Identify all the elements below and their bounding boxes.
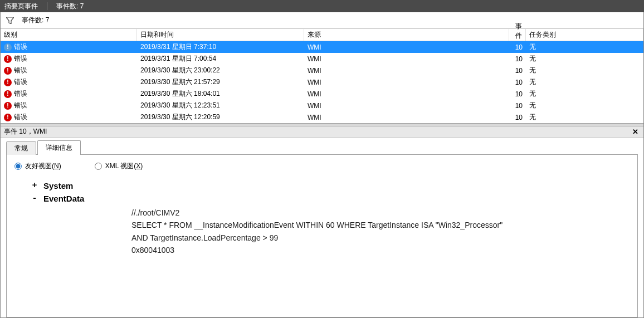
cell-source: WMI — [304, 41, 509, 53]
table-row[interactable]: !错误2019/3/30 星期六 18:04:01WMI10无 — [1, 88, 643, 100]
title-text: 摘要页事件 — [4, 0, 38, 12]
error-icon: ! — [4, 102, 12, 110]
error-icon: ! — [4, 79, 12, 86]
col-header-level[interactable]: 级别 — [1, 29, 137, 41]
error-icon: ! — [4, 67, 12, 75]
table-body: !错误2019/3/31 星期日 7:37:10WMI10无!错误2019/3/… — [1, 41, 643, 123]
col-header-date[interactable]: 日期和时间 — [137, 29, 304, 41]
expand-icon[interactable]: + — [31, 181, 38, 190]
eventdata-line: 0x80041003 — [131, 244, 510, 256]
cell-source: WMI — [304, 53, 509, 65]
filter-icon[interactable] — [6, 17, 14, 24]
cell-id: 10 — [509, 111, 526, 123]
cell-task: 无 — [526, 111, 643, 123]
cell-task: 无 — [526, 65, 643, 76]
cell-id: 10 — [509, 53, 526, 65]
radio-friendly[interactable]: 友好视图(N) — [14, 162, 61, 171]
cell-task: 无 — [526, 100, 643, 111]
table-row[interactable]: !错误2019/3/31 星期日 7:00:54WMI10无 — [1, 53, 643, 65]
cell-task: 无 — [526, 76, 643, 88]
cell-id: 10 — [509, 65, 526, 76]
table-row[interactable]: !错误2019/3/30 星期六 21:57:29WMI10无 — [1, 76, 643, 88]
col-header-task[interactable]: 任务类别 — [526, 29, 643, 41]
tabs-region: 常规 详细信息 友好视图(N) XML 视图(X) + — [1, 138, 643, 317]
radio-xml-label: XML 视图(X) — [105, 162, 143, 171]
cell-source: WMI — [304, 100, 509, 111]
filter-bar: 事件数: 7 — [1, 12, 643, 29]
error-icon: ! — [4, 114, 12, 121]
cell-id: 10 — [509, 76, 526, 88]
tree-label-system: System — [43, 181, 73, 190]
detail-title-text: 事件 10，WMI — [4, 127, 47, 136]
cell-level: 错误 — [14, 101, 27, 110]
collapse-icon[interactable]: - — [31, 194, 38, 203]
col-header-source[interactable]: 来源 — [304, 29, 509, 41]
cell-source: WMI — [304, 65, 509, 76]
table-row[interactable]: !错误2019/3/30 星期六 23:00:22WMI10无 — [1, 65, 643, 76]
cell-id: 10 — [509, 41, 526, 53]
cell-date: 2019/3/30 星期六 12:23:51 — [137, 100, 304, 111]
cell-date: 2019/3/31 星期日 7:37:10 — [137, 41, 304, 53]
title-separator — [47, 2, 47, 10]
table-row[interactable]: !错误2019/3/30 星期六 12:23:51WMI10无 — [1, 100, 643, 111]
radio-friendly-label: 友好视图(N) — [25, 162, 61, 171]
cell-task: 无 — [526, 88, 643, 100]
cell-id: 10 — [509, 88, 526, 100]
filter-count: 事件数: 7 — [22, 16, 49, 25]
eventdata-line: //./root/CIMV2 — [131, 207, 510, 219]
table-header: 级别 日期和时间 来源 事件 ID 任务类别 — [1, 29, 643, 41]
error-icon: ! — [4, 90, 12, 98]
detail-pane: 事件 10，WMI ✕ 常规 详细信息 友好视图(N) XML 视图(X) — [1, 126, 643, 317]
cell-date: 2019/3/30 星期六 12:20:59 — [137, 111, 304, 123]
eventdata-content: //./root/CIMV2 SELECT * FROM __InstanceM… — [31, 207, 510, 257]
col-header-id[interactable]: 事件 ID — [509, 29, 526, 41]
title-count: 事件数: 7 — [56, 0, 84, 12]
radio-xml-input[interactable] — [95, 163, 102, 170]
detail-titlebar: 事件 10，WMI ✕ — [1, 126, 643, 138]
detail-tree: + System - EventData //./root/CIMV2 SELE… — [14, 181, 630, 257]
cell-id: 10 — [509, 100, 526, 111]
table-row[interactable]: !错误2019/3/30 星期六 12:20:59WMI10无 — [1, 111, 643, 123]
tab-strip: 常规 详细信息 — [6, 141, 638, 154]
radio-xml[interactable]: XML 视图(X) — [95, 162, 143, 171]
cell-level: 错误 — [14, 112, 27, 122]
cell-date: 2019/3/31 星期日 7:00:54 — [137, 53, 304, 65]
cell-source: WMI — [304, 111, 509, 123]
cell-date: 2019/3/30 星期六 23:00:22 — [137, 65, 304, 76]
cell-task: 无 — [526, 41, 643, 53]
event-table: 级别 日期和时间 来源 事件 ID 任务类别 !错误2019/3/31 星期日 … — [1, 29, 643, 123]
close-icon[interactable]: ✕ — [631, 128, 640, 136]
tab-body: 友好视图(N) XML 视图(X) + System - EventData — [6, 154, 638, 317]
cell-date: 2019/3/30 星期六 18:04:01 — [137, 88, 304, 100]
cell-source: WMI — [304, 76, 509, 88]
cell-date: 2019/3/30 星期六 21:57:29 — [137, 76, 304, 88]
error-icon: ! — [4, 43, 12, 51]
cell-level: 错误 — [14, 89, 27, 99]
radio-friendly-input[interactable] — [14, 163, 22, 170]
tab-details[interactable]: 详细信息 — [37, 140, 81, 155]
tree-label-eventdata: EventData — [43, 194, 84, 203]
cell-source: WMI — [304, 88, 509, 100]
window-titlebar: 摘要页事件 事件数: 7 — [0, 0, 644, 12]
cell-level: 错误 — [14, 54, 27, 63]
cell-level: 错误 — [14, 66, 27, 75]
tree-node-system[interactable]: + System — [31, 181, 630, 190]
main-frame: 事件数: 7 级别 日期和时间 来源 事件 ID 任务类别 !错误2019/3/… — [0, 12, 644, 318]
view-radio-group: 友好视图(N) XML 视图(X) — [14, 162, 630, 171]
cell-level: 错误 — [14, 42, 27, 52]
error-icon: ! — [4, 55, 12, 63]
table-row[interactable]: !错误2019/3/31 星期日 7:37:10WMI10无 — [1, 41, 643, 53]
cell-task: 无 — [526, 53, 643, 65]
tab-general[interactable]: 常规 — [6, 141, 36, 155]
cell-level: 错误 — [14, 77, 27, 87]
tree-node-eventdata[interactable]: - EventData — [31, 194, 630, 203]
eventdata-line: SELECT * FROM __InstanceModificationEven… — [131, 219, 510, 244]
